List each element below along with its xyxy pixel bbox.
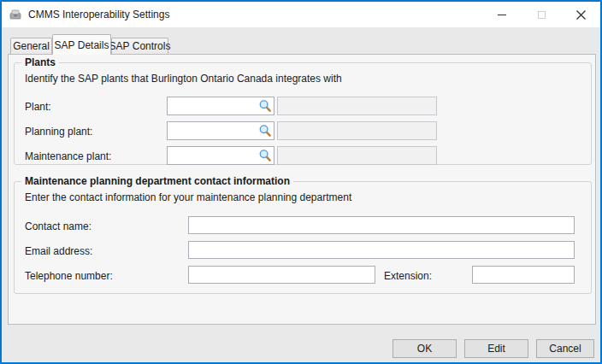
plants-group-description: Identify the SAP plants that Burlington … xyxy=(25,73,342,85)
maximize-icon xyxy=(538,11,546,19)
extension-input[interactable] xyxy=(472,266,575,284)
cmms-app-icon xyxy=(9,8,22,21)
contact-group-title: Maintenance planning department contact … xyxy=(21,175,293,187)
telephone-number-label: Telephone number: xyxy=(25,270,113,282)
plant-display-field xyxy=(277,97,437,115)
ok-button[interactable]: OK xyxy=(392,339,457,358)
plant-label: Plant: xyxy=(25,101,51,113)
close-button[interactable] xyxy=(561,2,600,27)
plants-group: Plants Identify the SAP plants that Burl… xyxy=(14,62,592,165)
maintenance-plant-label: Maintenance plant: xyxy=(25,150,111,162)
tab-sap-controls[interactable]: SAP Controls xyxy=(111,38,168,54)
planning-plant-search-field xyxy=(167,121,274,140)
maintenance-plant-display-field xyxy=(277,146,437,165)
dialog-body: CMMS Interoperability Settings General S… xyxy=(2,2,600,362)
tab-general[interactable]: General xyxy=(10,38,52,54)
close-icon xyxy=(576,10,586,20)
edit-button[interactable]: Edit xyxy=(464,339,528,358)
email-address-label: Email address: xyxy=(25,245,92,257)
contact-group-description: Enter the contact information for your m… xyxy=(25,191,351,203)
minimize-icon xyxy=(498,15,506,15)
cancel-button[interactable]: Cancel xyxy=(536,339,594,358)
contact-group: Maintenance planning department contact … xyxy=(14,181,592,294)
planning-plant-display-field xyxy=(277,121,437,140)
maintenance-plant-search-icon[interactable] xyxy=(258,149,272,162)
maximize-button xyxy=(522,2,561,27)
maintenance-plant-search-field xyxy=(167,146,274,165)
window-title: CMMS Interoperability Settings xyxy=(28,9,169,21)
tab-sap-details[interactable]: SAP Details xyxy=(52,34,111,55)
plants-group-title: Plants xyxy=(21,56,59,68)
titlebar: CMMS Interoperability Settings xyxy=(2,2,600,27)
planning-plant-search-icon[interactable] xyxy=(258,124,272,138)
extension-label: Extension: xyxy=(384,270,432,282)
contact-name-input[interactable] xyxy=(188,216,575,234)
contact-name-label: Contact name: xyxy=(25,220,91,232)
plant-search-field xyxy=(167,97,274,115)
plant-search-icon[interactable] xyxy=(258,99,272,113)
email-address-input[interactable] xyxy=(188,241,575,259)
planning-plant-label: Planning plant: xyxy=(25,126,92,138)
telephone-number-input[interactable] xyxy=(188,266,375,284)
tab-page-sap-details: Plants Identify the SAP plants that Burl… xyxy=(8,54,596,325)
dialog-window: CMMS Interoperability Settings General S… xyxy=(0,0,602,364)
window-controls xyxy=(482,2,600,27)
minimize-button[interactable] xyxy=(482,2,522,27)
